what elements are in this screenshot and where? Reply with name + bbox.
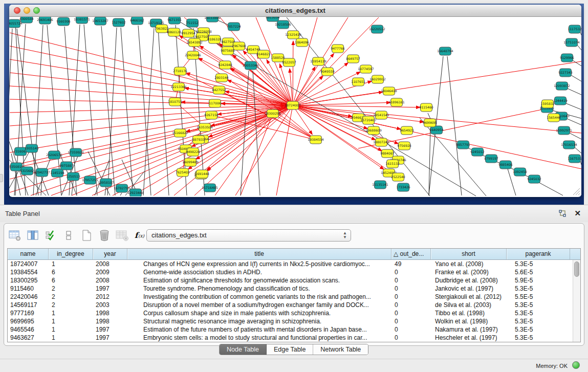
network-view-window[interactable]: citations_edges.txt 14055724830058420691…	[9, 5, 581, 197]
cell-pagerank: 5.3E-5	[507, 285, 570, 293]
cell-in_degree: 1	[49, 325, 93, 334]
cell-in_degree: 1	[49, 317, 93, 325]
cell-pagerank: 5.3E-5	[507, 260, 570, 268]
graph-node-label: 18807243	[373, 140, 389, 144]
graph-node-label: 2522540	[391, 175, 405, 179]
table-row[interactable]: 1872400712008Changes of HCN gene express…	[8, 260, 580, 268]
cell-name: 22420046	[8, 293, 49, 301]
cell-in_degree: 2	[49, 301, 93, 309]
graph-node-label: 8186328	[207, 37, 222, 41]
cell-name: 9777169	[8, 309, 49, 317]
cell-title: Investigating the contribution of common…	[127, 293, 391, 301]
table-row[interactable]: 946554611997Estimation of the future num…	[8, 325, 580, 334]
cell-out_de: 0	[391, 309, 431, 317]
tab-network-table[interactable]: Network Table	[313, 344, 368, 355]
table-body: 1872400712008Changes of HCN gene express…	[8, 260, 580, 342]
graph-node-label: 9756928	[397, 144, 411, 147]
node-table: namein_degreeyeartitle△ out_de...shortpa…	[7, 248, 581, 342]
table-browser-panel: f(x) citations_edges.txt ▲▼ namein_degre…	[4, 223, 584, 346]
cell-title: Embryonic stem cells: a model to study s…	[127, 334, 391, 342]
cell-pagerank: 5.3E-5	[507, 334, 570, 342]
network-window-title: citations_edges.txt	[9, 7, 581, 14]
table-row[interactable]: 911546021997Tourette syndrome. Phenomeno…	[8, 285, 580, 293]
table-row[interactable]: 1938455462009Genome-wide association stu…	[8, 268, 580, 276]
panel-collapse-handle[interactable]	[0, 174, 3, 182]
cell-in_degree: 1	[49, 260, 93, 268]
column-header-title[interactable]: title	[127, 249, 391, 259]
delete-table-icon[interactable]	[116, 229, 129, 242]
graph-node-label: 1810755	[168, 100, 182, 103]
tab-edge-table[interactable]: Edge Table	[267, 344, 313, 355]
cell-short: Hescheler et al. (1997)	[431, 334, 507, 342]
cell-short: de Silva et al. (2003)	[431, 301, 507, 309]
show-columns-icon[interactable]	[26, 229, 39, 242]
cell-title: Estimation of significance thresholds fo…	[127, 276, 391, 285]
column-header-short[interactable]: short	[431, 249, 507, 259]
graph-node-label: 16543892	[186, 40, 203, 44]
graph-node-label: 20206576	[46, 153, 62, 157]
column-header-out_de[interactable]: △ out_de...	[391, 249, 431, 259]
cell-out_de: 0	[391, 334, 431, 342]
graph-node-label: 117006	[209, 101, 221, 105]
graph-node-label: 18724007	[285, 103, 301, 107]
graph-node-label: 1145194	[50, 171, 64, 174]
table-row[interactable]: 946362711997Embryonic stem cells: a mode…	[8, 334, 580, 342]
table-row[interactable]: 969969511998Structural magnetic resonanc…	[8, 317, 580, 325]
float-window-icon[interactable]	[559, 210, 567, 217]
cell-year: 1997	[93, 334, 127, 342]
graph-node-label: 11896161	[388, 100, 405, 104]
row-selection-icon[interactable]	[44, 229, 57, 242]
cell-title: Tourette syndrome. Phenomenology and cla…	[127, 285, 391, 293]
cell-pagerank: 5.3E-5	[507, 309, 570, 317]
graph-node-label: 17359928	[68, 150, 84, 154]
table-selector-value: citations_edges.txt	[151, 231, 207, 239]
table-tabs: Node TableEdge TableNetwork Table	[219, 344, 368, 355]
graph-node-label: 15166827	[172, 131, 188, 135]
graph-node-label: 9884067	[380, 151, 395, 155]
cell-short: Nakamura et al. (1997)	[431, 325, 507, 334]
graph-node-label: 1864096	[295, 40, 309, 44]
graph-node-label: 8522057	[282, 60, 296, 64]
cell-out_de: 0	[391, 301, 431, 309]
table-row[interactable]: 977716911998Corpus callosum shape and si…	[8, 309, 580, 317]
column-header-in_degree[interactable]: in_degree	[49, 249, 93, 259]
rows-icon[interactable]	[62, 229, 75, 242]
column-header-pagerank[interactable]: pagerank	[507, 249, 570, 259]
table-row[interactable]: 1830029562008Estimation of significance …	[8, 276, 580, 285]
column-header-name[interactable]: name	[8, 249, 49, 259]
svg-text:(x): (x)	[138, 233, 145, 238]
tab-node-table[interactable]: Node Table	[220, 344, 267, 355]
graph-node-label: 9146821	[256, 52, 271, 56]
table-row[interactable]: 2242004622012Investigating the contribut…	[8, 293, 580, 301]
cell-year: 2009	[93, 268, 127, 276]
delete-column-icon[interactable]	[98, 229, 111, 242]
graph-node-label: 12093872	[554, 84, 570, 87]
cell-year: 1998	[93, 317, 127, 325]
table-scrollbar[interactable]	[573, 260, 580, 342]
citation-graph[interactable]: 1405572483005842069140691603061838157110…	[9, 17, 581, 196]
cell-short: Jankovic et al. (1997)	[431, 285, 507, 293]
table-row[interactable]: 1456911722003Disruption of a novel membe…	[8, 301, 580, 309]
graph-node-label: 7857224	[227, 25, 241, 28]
cell-short: Tibbo et al. (1998)	[431, 309, 507, 317]
column-header-year[interactable]: year	[93, 249, 127, 259]
graph-node-label: 19218506	[275, 23, 291, 26]
function-builder-icon[interactable]: f(x)	[134, 229, 147, 242]
graph-node-label: 1092450	[513, 170, 527, 173]
new-column-icon[interactable]	[80, 229, 93, 242]
close-panel-icon[interactable]: ✕	[574, 209, 581, 218]
resize-grip[interactable]	[573, 188, 580, 195]
graph-node-label: 9227343	[558, 71, 573, 74]
cell-short: Wolkin et al. (1998)	[431, 317, 507, 325]
network-canvas[interactable]: 1405572483005842069140691603061838157110…	[9, 17, 581, 196]
table-mode-icon[interactable]	[8, 229, 21, 242]
scrollbar-thumb[interactable]	[574, 261, 579, 277]
graph-node-label: 10653287	[92, 19, 108, 23]
graph-node-label: 1244419	[553, 99, 568, 102]
graph-node-label: 9115460	[419, 105, 433, 109]
graph-node-label: 18300295	[265, 112, 281, 115]
memory-status-indicator[interactable]	[572, 361, 580, 369]
graph-node-label: 9242848	[218, 63, 232, 67]
network-window-titlebar[interactable]: citations_edges.txt	[9, 5, 581, 17]
table-selector-combobox[interactable]: citations_edges.txt ▲▼	[146, 229, 351, 242]
